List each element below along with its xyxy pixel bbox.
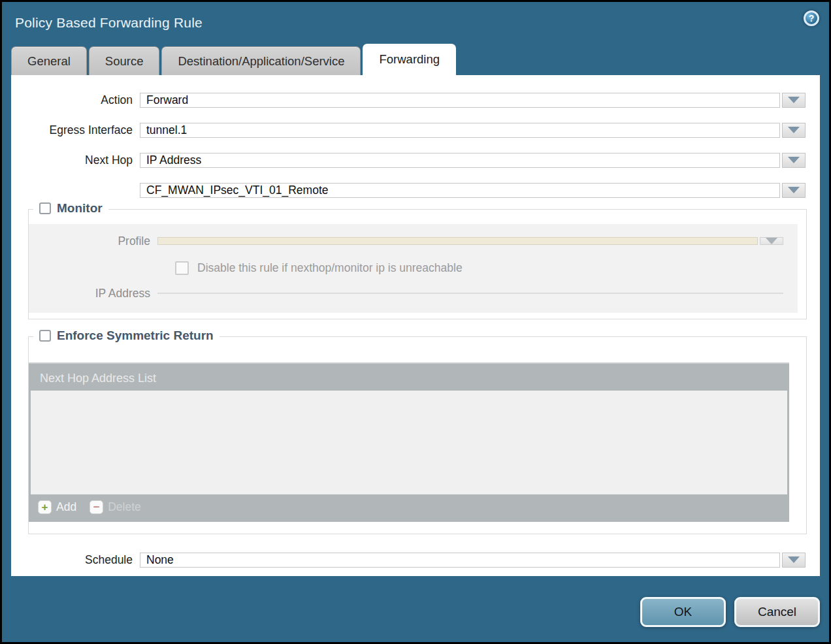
- chevron-down-icon: [788, 97, 800, 103]
- chevron-down-icon: [788, 556, 800, 563]
- disable-rule-row: Disable this rule if nexthop/monitor ip …: [175, 260, 798, 276]
- dialog-window: Policy Based Forwarding Rule ? General S…: [2, 2, 829, 642]
- next-hop-address-list-footer: + Add − Delete: [31, 494, 787, 520]
- next-hop-dropdown-button[interactable]: [782, 153, 806, 168]
- chevron-down-icon: [788, 187, 800, 193]
- minus-icon: −: [90, 500, 103, 514]
- next-hop-address-select[interactable]: CF_MWAN_IPsec_VTI_01_Remote: [140, 183, 780, 198]
- schedule-select[interactable]: None: [140, 553, 780, 568]
- enforce-symmetric-return-legend-label: Enforce Symmetric Return: [57, 329, 214, 343]
- monitor-ip-address-row: IP Address: [29, 282, 798, 304]
- chevron-down-icon: [766, 238, 777, 244]
- profile-label: Profile: [29, 234, 157, 248]
- next-hop-address-dropdown-button[interactable]: [782, 183, 806, 198]
- profile-dropdown-button: [760, 237, 783, 245]
- egress-interface-select[interactable]: tunnel.1: [140, 123, 780, 138]
- tab-forwarding[interactable]: Forwarding: [363, 44, 456, 75]
- monitor-legend-label: Monitor: [57, 201, 103, 216]
- next-hop-row: Next Hop IP Address: [11, 149, 820, 171]
- disable-rule-checkbox: [175, 261, 189, 275]
- add-button[interactable]: + Add: [38, 500, 76, 514]
- monitor-legend: Monitor: [33, 201, 108, 216]
- cancel-button[interactable]: Cancel: [734, 597, 820, 627]
- tab-general[interactable]: General: [11, 46, 87, 75]
- plus-icon: +: [38, 500, 52, 514]
- next-hop-address-list-body: [31, 391, 787, 494]
- enforce-symmetric-return-checkbox[interactable]: [39, 330, 51, 342]
- add-button-label: Add: [56, 500, 76, 514]
- tab-source[interactable]: Source: [89, 46, 160, 75]
- monitor-section: Monitor Profile Disable this rule if nex…: [28, 209, 807, 319]
- tab-panel-forwarding: Action Forward Egress Interface tunnel.1…: [11, 75, 820, 576]
- tab-destination-application-service[interactable]: Destination/Application/Service: [161, 46, 361, 75]
- delete-button: − Delete: [90, 500, 141, 514]
- next-hop-address-list-header: Next Hop Address List: [31, 366, 787, 391]
- action-select[interactable]: Forward: [140, 93, 780, 108]
- chevron-down-icon: [788, 127, 800, 133]
- egress-interface-row: Egress Interface tunnel.1: [11, 119, 820, 141]
- profile-row: Profile: [29, 230, 798, 252]
- disable-rule-label: Disable this rule if nexthop/monitor ip …: [197, 261, 463, 275]
- enforce-symmetric-return-section: Enforce Symmetric Return Next Hop Addres…: [28, 336, 807, 534]
- titlebar: Policy Based Forwarding Rule ?: [2, 2, 829, 43]
- schedule-label: Schedule: [11, 553, 140, 567]
- egress-interface-dropdown-button[interactable]: [782, 123, 806, 138]
- help-icon[interactable]: ?: [804, 10, 819, 26]
- egress-interface-label: Egress Interface: [11, 123, 140, 137]
- action-label: Action: [11, 93, 140, 107]
- action-dropdown-button[interactable]: [782, 93, 806, 108]
- next-hop-type-select[interactable]: IP Address: [140, 153, 780, 168]
- delete-button-label: Delete: [108, 500, 141, 514]
- next-hop-address-row: CF_MWAN_IPsec_VTI_01_Remote: [11, 179, 820, 201]
- monitor-checkbox[interactable]: [39, 202, 51, 214]
- tab-bar: General Source Destination/Application/S…: [2, 43, 829, 75]
- enforce-symmetric-return-legend: Enforce Symmetric Return: [33, 329, 220, 343]
- monitor-ip-address-label: IP Address: [29, 287, 157, 300]
- next-hop-address-list-table: Next Hop Address List + Add − Delete: [29, 362, 789, 522]
- ok-button[interactable]: OK: [640, 597, 726, 627]
- action-row: Action Forward: [11, 89, 820, 111]
- chevron-down-icon: [788, 157, 800, 163]
- monitor-panel: Profile Disable this rule if nexthop/mon…: [29, 224, 798, 313]
- schedule-row: Schedule None: [11, 549, 820, 571]
- dialog-footer: OK Cancel: [640, 597, 820, 627]
- schedule-dropdown-button[interactable]: [782, 553, 806, 568]
- dialog-title: Policy Based Forwarding Rule: [15, 15, 203, 31]
- profile-select: [157, 237, 758, 245]
- monitor-ip-address-input: [157, 293, 783, 294]
- next-hop-label: Next Hop: [11, 153, 140, 167]
